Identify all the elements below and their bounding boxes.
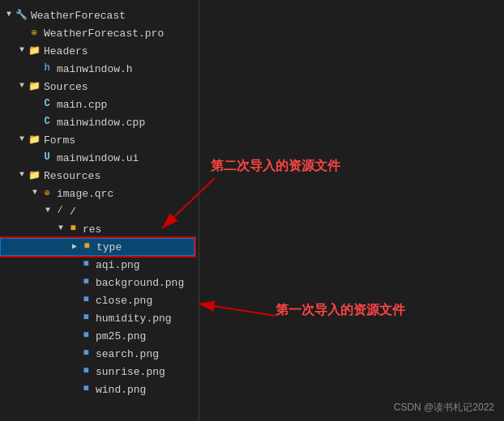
tree-icon-background: ■ — [79, 276, 92, 289]
tree-arrow-root — [3, 10, 15, 21]
tree-icon-wind: ■ — [79, 383, 92, 396]
tree-item-close[interactable]: ■close.png — [0, 291, 194, 309]
tree-arrow-mainwindow_h — [29, 63, 41, 74]
tree-label-mainwindow_ui: mainwindow.ui — [57, 152, 139, 164]
tree-item-sources[interactable]: 📁Sources — [0, 78, 194, 96]
tree-label-type: type — [96, 241, 122, 253]
tree-label-mainwindow_h: mainwindow.h — [57, 63, 133, 75]
tree-label-mainwindow_cpp: mainwindow.cpp — [57, 117, 145, 129]
tree-arrow-res — [55, 223, 66, 235]
tree-item-headers[interactable]: 📁Headers — [0, 42, 194, 60]
tree-arrow-close — [68, 295, 79, 306]
tree-label-aqi: aqi.png — [96, 259, 140, 271]
tree-arrow-search — [68, 348, 79, 359]
tree-arrow-resources — [16, 170, 28, 181]
tree-label-main_cpp: main.cpp — [57, 99, 107, 111]
tree-item-aqi[interactable]: ■aqi.png — [0, 256, 194, 274]
tree-item-wind[interactable]: ■wind.png — [0, 381, 194, 398]
tree-item-slash[interactable]: // — [0, 202, 194, 220]
tree-arrow-wind — [68, 384, 79, 395]
tree-label-background: background.png — [96, 277, 184, 289]
tree-arrow-background — [68, 277, 79, 288]
tree-arrow-image_qrc — [29, 188, 41, 199]
tree-item-resources[interactable]: 📁Resources — [0, 167, 194, 185]
tree-item-mainwindow_cpp[interactable]: Cmainwindow.cpp — [0, 113, 194, 131]
tree-arrow-humidity — [68, 313, 79, 324]
tree-arrow-main_cpp — [29, 99, 41, 110]
tree-icon-type: ■ — [80, 240, 93, 253]
tree-item-mainwindow_h[interactable]: hmainwindow.h — [0, 60, 194, 78]
tree-icon-res: ■ — [66, 223, 79, 236]
tree-icon-close: ■ — [79, 294, 92, 307]
tree-icon-pm25: ■ — [79, 330, 92, 342]
tree-arrow-pro — [16, 28, 28, 39]
tree-icon-pro: ⊕ — [28, 27, 41, 40]
tree-arrow-sunrise — [68, 366, 79, 377]
tree-label-close: close.png — [96, 295, 152, 307]
tree-label-pro: WeatherForecast.pro — [44, 28, 164, 40]
tree-icon-mainwindow_h: h — [41, 62, 53, 75]
tree-arrow-mainwindow_cpp — [29, 117, 41, 128]
tree-item-sunrise[interactable]: ■sunrise.png — [0, 363, 194, 381]
tree-item-search[interactable]: ■search.png — [0, 345, 194, 363]
tree-label-sunrise: sunrise.png — [96, 366, 165, 378]
tree-item-pm25[interactable]: ■pm25.png — [0, 327, 194, 345]
tree-label-res: res — [83, 223, 101, 236]
tree-item-image_qrc[interactable]: ⊕image.qrc — [0, 185, 194, 202]
tree-arrow-pm25 — [68, 330, 79, 342]
tree-icon-headers: 📁 — [28, 45, 41, 57]
tree-label-headers: Headers — [44, 45, 88, 57]
file-tree: 🔧WeatherForecast⊕WeatherForecast.pro📁Hea… — [0, 0, 194, 405]
tree-icon-mainwindow_ui: U — [41, 151, 53, 164]
tree-item-forms[interactable]: 📁Forms — [0, 131, 194, 149]
tree-item-res[interactable]: ■res — [0, 220, 194, 238]
tree-arrow-mainwindow_ui — [29, 152, 41, 164]
tree-icon-slash: / — [53, 205, 66, 218]
tree-item-humidity[interactable]: ■humidity.png — [0, 309, 194, 327]
tree-label-root: WeatherForecast — [31, 10, 126, 22]
tree-item-mainwindow_ui[interactable]: Umainwindow.ui — [0, 149, 194, 167]
tree-label-pm25: pm25.png — [96, 330, 146, 342]
tree-item-pro[interactable]: ⊕WeatherForecast.pro — [0, 24, 194, 42]
tree-arrow-aqi — [68, 259, 79, 270]
tree-arrow-slash — [42, 206, 53, 217]
tree-icon-main_cpp: C — [41, 98, 53, 111]
tree-icon-root: 🔧 — [15, 9, 28, 22]
tree-icon-humidity: ■ — [79, 312, 92, 325]
tree-label-image_qrc: image.qrc — [57, 188, 113, 200]
tree-label-wind: wind.png — [96, 384, 146, 396]
svg-line-3 — [199, 304, 275, 316]
tree-label-humidity: humidity.png — [96, 313, 172, 325]
tree-arrow-sources — [16, 81, 28, 92]
tree-item-background[interactable]: ■background.png — [0, 274, 194, 291]
tree-icon-sunrise: ■ — [79, 365, 92, 378]
tree-icon-sources: 📁 — [28, 80, 41, 93]
tree-icon-search: ■ — [79, 347, 92, 360]
second-import-label: 第二次导入的资源文件 — [211, 158, 340, 175]
tree-label-forms: Forms — [44, 134, 75, 147]
tree-label-sources: Sources — [44, 81, 88, 93]
tree-label-search: search.png — [96, 348, 159, 360]
first-import-label: 第一次导入的资源文件 — [275, 302, 405, 319]
tree-icon-forms: 📁 — [28, 134, 41, 147]
tree-icon-image_qrc: ⊕ — [41, 187, 53, 200]
tree-item-root[interactable]: 🔧WeatherForecast — [0, 6, 194, 24]
tree-arrow-headers — [16, 45, 28, 57]
tree-icon-aqi: ■ — [79, 258, 92, 271]
tree-item-main_cpp[interactable]: Cmain.cpp — [0, 96, 194, 113]
tree-icon-mainwindow_cpp: C — [41, 116, 53, 129]
tree-icon-resources: 📁 — [28, 169, 41, 182]
tree-arrow-forms — [16, 134, 28, 146]
tree-label-resources: Resources — [44, 170, 100, 182]
tree-arrow-type — [69, 241, 80, 253]
tree-label-slash: / — [70, 206, 76, 218]
tree-item-type[interactable]: ■type — [0, 238, 194, 256]
watermark: CSDN @读书札记2022 — [394, 401, 494, 415]
divider — [199, 0, 199, 421]
